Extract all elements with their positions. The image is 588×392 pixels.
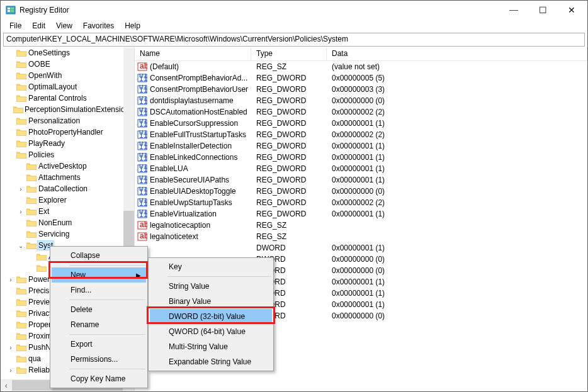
tree-expander-icon[interactable]: › [16,186,26,193]
ctx-rename[interactable]: Rename [52,317,146,332]
address-bar[interactable]: Computer\HKEY_LOCAL_MACHINE\SOFTWARE\Mic… [3,33,585,47]
value-type-icon: 011110 [137,142,147,150]
tree-item[interactable]: ›OOBE [1,59,134,70]
value-type: DWORD [251,244,327,252]
ctx-permissions[interactable]: Permissions... [52,352,146,367]
value-row[interactable]: DWORD0x00000001 (1) [135,242,587,254]
value-data: 0x00000000 (0) [327,311,587,320]
tree-item[interactable]: ›PlayReady [1,138,134,149]
new-binary-value[interactable]: Binary Value [150,294,272,309]
ctx-separator [167,276,271,277]
tree-item-label: OptimalLayout [27,82,78,92]
value-type: REG_DWORD [251,108,327,116]
menu-file[interactable]: File [4,21,26,31]
menu-favorites[interactable]: Favorites [78,21,119,31]
value-row[interactable]: 011110dontdisplaylastusernameREG_DWORD0x… [135,95,587,106]
value-data: 0x00000001 (1) [327,164,587,173]
column-header-name[interactable]: Name [135,47,251,60]
value-row[interactable]: 011110EnableUwpStartupTasksREG_DWORD0x00… [135,197,587,208]
new-key[interactable]: Key [150,259,272,274]
ctx-export[interactable]: Export [52,337,146,352]
ctx-delete[interactable]: Delete [52,302,146,317]
close-button[interactable]: ✕ [557,1,586,20]
tree-item[interactable]: ›Policies [1,149,134,160]
column-header-type[interactable]: Type [251,47,327,60]
menubar: File Edit View Favorites Help [1,20,587,32]
menu-edit[interactable]: Edit [27,21,50,31]
value-row[interactable]: 011110EnableLUAREG_DWORD0x00000001 (1) [135,163,587,174]
value-row[interactable]: 011110ConsentPromptBehaviorUserREG_DWORD… [135,84,587,95]
new-submenu: Key String Value Binary Value DWORD (32-… [148,257,274,371]
tree-hscroll-left[interactable]: ‹ [1,380,12,391]
new-dword-32-value[interactable]: DWORD (32-bit) Value [150,309,272,324]
tree-item[interactable]: ›Ext [1,206,134,217]
tree-item[interactable]: ›PhotoPropertyHandler [1,126,134,138]
tree-expander-icon[interactable]: › [16,208,26,215]
folder-icon [26,208,37,215]
folder-icon [26,242,37,249]
value-type-icon: 011110 [137,164,147,173]
value-row[interactable]: ab(Default)REG_SZ(value not set) [135,61,587,72]
new-qword-64-value[interactable]: QWORD (64-bit) Value [150,324,272,339]
tree-expander-icon[interactable]: › [6,367,16,374]
minimize-button[interactable]: — [499,1,528,20]
tree-expander-icon[interactable]: ⌄ [16,242,26,249]
tree-item-label: PerceptionSimulationExtensions [23,104,134,115]
ctx-find[interactable]: Find... [52,283,146,298]
tree-item-label: DataCollection [37,184,89,194]
folder-icon [26,174,37,181]
new-multi-string-value[interactable]: Multi-String Value [150,339,272,354]
tree-vscroll-thumb[interactable] [123,211,134,249]
value-row[interactable]: 011110EnableLinkedConnectionsREG_DWORD0x… [135,152,587,163]
ctx-copy-key-name[interactable]: Copy Key Name [52,371,146,386]
value-type: REG_DWORD [251,85,327,94]
tree-item[interactable]: ›DataCollection [1,183,134,194]
value-data: 0x00000001 (1) [327,289,587,298]
tree-item[interactable]: ›Explorer [1,194,134,206]
menu-help[interactable]: Help [120,21,145,31]
new-expandable-string-value[interactable]: Expandable String Value [150,354,272,369]
value-row[interactable]: ablegalnoticetextREG_SZ [135,231,587,242]
tree-item-label: Proper [27,320,52,330]
value-row[interactable]: 011110EnableCursorSuppressionREG_DWORD0x… [135,118,587,129]
value-row[interactable]: 011110DSCAutomationHostEnabledREG_DWORD0… [135,106,587,118]
value-row[interactable]: 011110EnableVirtualizationREG_DWORD0x000… [135,208,587,220]
value-name: EnableVirtualization [150,210,217,218]
tree-item[interactable]: ›OptimalLayout [1,81,134,92]
folder-icon [13,106,23,113]
tree-item[interactable]: ›OpenWith [1,70,134,81]
ctx-new-label: New [71,271,86,279]
value-name: ConsentPromptBehaviorUser [150,85,248,94]
tree-item[interactable]: ›ActiveDesktop [1,160,134,172]
value-type-icon: 011110 [137,210,147,218]
tree-expander-icon[interactable]: › [6,276,16,283]
value-row[interactable]: 011110EnableFullTrustStartupTasksREG_DWO… [135,129,587,140]
value-row[interactable]: 011110EnableUIADesktopToggleREG_DWORD0x0… [135,186,587,197]
tree-item[interactable]: ›NonEnum [1,217,134,228]
new-string-value[interactable]: String Value [150,279,272,294]
tree-item[interactable]: ›OneSettings [1,47,134,59]
value-row[interactable]: ablegalnoticecaptionREG_SZ [135,220,587,231]
value-type-icon: 011110 [137,96,147,105]
menu-view[interactable]: View [51,21,77,31]
tree-item[interactable]: ›PerceptionSimulationExtensions [1,104,134,115]
tree-item[interactable]: ›Servicing [1,228,134,240]
value-row[interactable]: 011110EnableInstallerDetectionREG_DWORD0… [135,140,587,152]
ctx-collapse[interactable]: Collapse [52,248,146,263]
svg-text:110: 110 [139,210,147,218]
tree-item[interactable]: ›Attachments [1,172,134,183]
folder-icon [16,60,27,68]
tree-item[interactable]: ›Parental Controls [1,92,134,104]
value-row[interactable]: 011110EnableSecureUIAPathsREG_DWORD0x000… [135,174,587,186]
value-row[interactable]: 011110ConsentPromptBehaviorAd...REG_DWOR… [135,72,587,84]
tree-item[interactable]: ›Personalization [1,115,134,126]
folder-icon [16,298,27,306]
value-data: (value not set) [327,62,587,71]
column-header-data[interactable]: Data [327,47,587,60]
ctx-separator [69,369,145,369]
tree-item-label: PlayReady [27,138,66,148]
maximize-button[interactable]: ☐ [528,1,557,20]
value-type-icon: ab [137,232,147,241]
tree-expander-icon[interactable]: › [6,344,16,351]
ctx-new[interactable]: New▶ [52,267,146,283]
